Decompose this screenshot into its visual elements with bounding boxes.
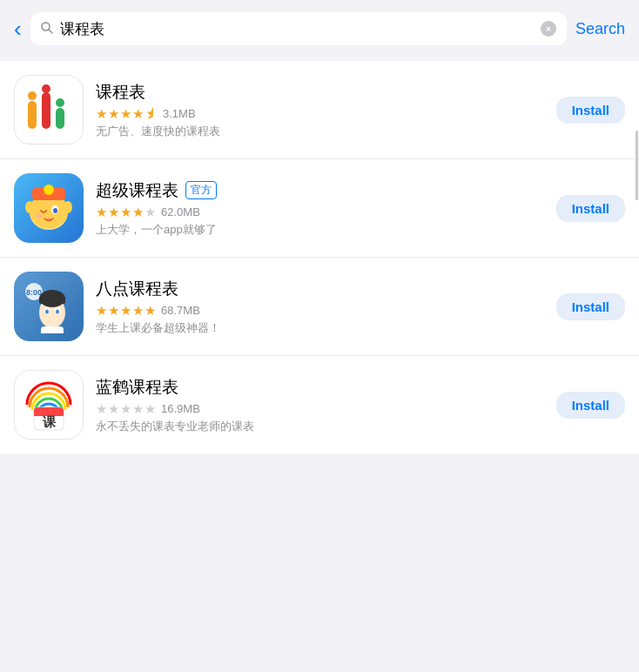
app-desc: 学生上课必备超级神器！ xyxy=(96,320,544,336)
svg-point-11 xyxy=(53,208,57,213)
svg-point-5 xyxy=(28,91,37,100)
app-list: 课程表 ★ ★ ★ ★ ⯨ 3.1MB 无广告、速度快的课程表 Install xyxy=(0,61,639,454)
svg-rect-26 xyxy=(41,326,64,333)
svg-point-16 xyxy=(44,185,54,195)
app-icon-super[interactable] xyxy=(14,173,84,243)
stars: ★ ★ ★ ★ ★ xyxy=(96,205,156,218)
scrollbar-track xyxy=(636,0,639,672)
app-name: 八点课程表 xyxy=(96,278,178,300)
app-desc: 上大学，一个app就够了 xyxy=(96,222,544,238)
svg-rect-4 xyxy=(56,108,64,129)
app-icon-badian[interactable]: 8:00 xyxy=(14,272,84,341)
svg-text:8:00: 8:00 xyxy=(26,288,42,297)
install-button-super[interactable]: Install xyxy=(556,195,625,222)
app-name: 超级课程表 xyxy=(96,179,178,202)
install-button-lanhe[interactable]: Install xyxy=(556,392,625,419)
app-item-badian: 8:00 八点课程表 xyxy=(0,258,639,356)
app-item-kechengbiao: 课程表 ★ ★ ★ ★ ⯨ 3.1MB 无广告、速度快的课程表 Install xyxy=(0,61,639,159)
install-button-kechengbiao[interactable]: Install xyxy=(556,97,625,124)
install-button-badian[interactable]: Install xyxy=(556,293,625,320)
svg-rect-21 xyxy=(39,297,65,304)
app-name: 课程表 xyxy=(96,81,145,104)
svg-point-24 xyxy=(45,310,49,314)
stars: ★ ★ ★ ★ ★ xyxy=(96,304,156,317)
svg-text:课: 课 xyxy=(43,414,57,429)
app-info-super: 超级课程表 官方 ★ ★ ★ ★ ★ 62.0MB 上大学，一个app就够了 xyxy=(96,179,544,238)
stars: ★ ★ ★ ★ ★ xyxy=(96,402,156,415)
svg-point-7 xyxy=(56,98,64,107)
app-info-badian: 八点课程表 ★ ★ ★ ★ ★ 68.7MB 学生上课必备超级神器！ xyxy=(96,278,544,336)
svg-rect-2 xyxy=(28,101,37,129)
app-icon-kechengbiao[interactable] xyxy=(14,75,84,144)
svg-rect-3 xyxy=(42,92,50,129)
scrollbar-thumb[interactable] xyxy=(636,131,638,200)
app-info-kechengbiao: 课程表 ★ ★ ★ ★ ⯨ 3.1MB 无广告、速度快的课程表 xyxy=(96,81,544,139)
app-size: 16.9MB xyxy=(161,402,200,415)
app-info-lanhe: 蓝鹤课程表 ★ ★ ★ ★ ★ 16.9MB 永不丢失的课表专业老师的课表 xyxy=(96,376,544,434)
svg-point-6 xyxy=(42,84,50,93)
official-badge: 官方 xyxy=(185,181,217,199)
svg-point-13 xyxy=(25,201,34,213)
search-icon xyxy=(41,22,53,37)
clear-button[interactable]: × xyxy=(541,21,556,37)
app-icon-lanhe[interactable]: 课 xyxy=(14,370,84,440)
svg-point-14 xyxy=(64,201,72,213)
app-size: 68.7MB xyxy=(161,304,200,317)
svg-line-1 xyxy=(49,30,52,33)
app-name: 蓝鹤课程表 xyxy=(96,376,178,399)
back-button[interactable]: ‹ xyxy=(14,17,22,40)
search-action-button[interactable]: Search xyxy=(575,20,625,38)
svg-point-25 xyxy=(56,310,59,314)
stars: ★ ★ ★ ★ ⯨ xyxy=(96,107,158,120)
search-bar: × xyxy=(30,12,567,45)
app-item-super: 超级课程表 官方 ★ ★ ★ ★ ★ 62.0MB 上大学，一个app就够了 I… xyxy=(0,159,639,258)
svg-point-12 xyxy=(36,214,43,218)
app-desc: 永不丢失的课表专业老师的课表 xyxy=(96,419,544,434)
app-size: 62.0MB xyxy=(161,205,200,218)
app-size: 3.1MB xyxy=(163,107,196,120)
header: ‹ × Search xyxy=(0,0,639,57)
app-item-lanhe: 课 蓝鹤课程表 ★ ★ ★ ★ ★ 16.9MB 永不丢失的课表专业老师的课表 … xyxy=(0,356,639,454)
app-desc: 无广告、速度快的课程表 xyxy=(96,124,544,139)
search-input[interactable] xyxy=(60,20,534,37)
